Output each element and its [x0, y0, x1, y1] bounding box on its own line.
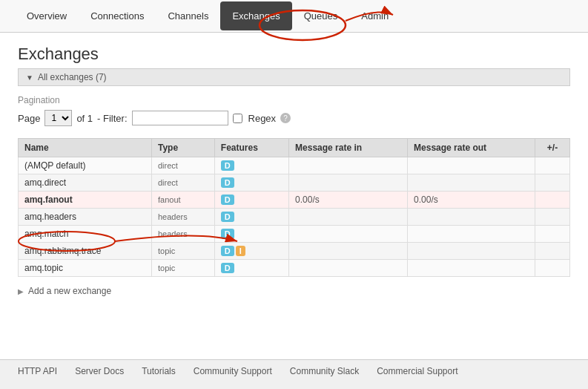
exchanges-table: Name Type Features Message rate in Messa… [18, 138, 570, 277]
exchange-name[interactable]: amq.fanout [19, 192, 152, 209]
filter-label: - Filter: [97, 113, 127, 124]
exchange-type: fanout [151, 192, 214, 209]
exchange-type: topic [151, 260, 214, 277]
regex-checkbox[interactable] [233, 114, 242, 123]
regex-label: Regex [248, 113, 277, 124]
col-name: Name [19, 139, 152, 157]
table-row: amq.topictopicD [19, 260, 570, 277]
nav-exchanges[interactable]: Exchanges [220, 1, 291, 30]
footer-community-support[interactable]: Community Support [194, 366, 272, 376]
exchange-name[interactable]: (AMQP default) [19, 157, 152, 174]
table-row: amq.rabbitmq.tracetopicDI [19, 243, 570, 260]
col-rate-in: Message rate in [289, 139, 408, 157]
exchange-features: DI [214, 243, 288, 260]
rate-in: 0.00/s [289, 192, 408, 209]
page-label: Page [18, 113, 40, 124]
add-exchange-arrow: ▶ [18, 287, 24, 295]
rate-out [408, 157, 535, 174]
plus-minus [535, 209, 570, 226]
feature-badge: D [221, 160, 234, 171]
plus-minus [535, 243, 570, 260]
footer-community-slack[interactable]: Community Slack [290, 366, 359, 376]
feature-badge: D [221, 212, 234, 222]
plus-minus [535, 226, 570, 243]
filter-input[interactable] [132, 111, 228, 125]
footer-http-api[interactable]: HTTP API [18, 366, 57, 376]
of-label: of 1 [76, 113, 93, 124]
col-rate-out: Message rate out [408, 139, 535, 157]
exchange-features: D [214, 157, 288, 174]
nav-admin[interactable]: Admin [349, 1, 400, 30]
exchange-name[interactable]: amq.headers [19, 209, 152, 226]
table-row: (AMQP default)directD [19, 157, 570, 174]
plus-minus [535, 174, 570, 192]
section-header[interactable]: ▼ All exchanges (7) [18, 68, 570, 86]
exchange-type: direct [151, 174, 214, 192]
table-row: amq.headersheadersD [19, 209, 570, 226]
col-type: Type [151, 139, 214, 157]
exchange-type: headers [151, 209, 214, 226]
rate-out [408, 226, 535, 243]
rate-out [408, 260, 535, 277]
col-features: Features [214, 139, 288, 157]
rate-out: 0.00/s [408, 192, 535, 209]
feature-badge: D [221, 177, 234, 188]
nav-overview[interactable]: Overview [15, 1, 79, 30]
feature-badge: D [221, 194, 234, 205]
rate-out [408, 243, 535, 260]
feature-badge: D [221, 246, 234, 256]
footer-server-docs[interactable]: Server Docs [75, 366, 124, 376]
section-label: All exchanges (7) [38, 72, 107, 82]
rate-out [408, 174, 535, 192]
feature-badge: D [221, 263, 234, 273]
rate-in [289, 260, 408, 277]
rate-in [289, 209, 408, 226]
page-title: Exchanges [18, 45, 570, 64]
exchange-name[interactable]: amq.match [19, 226, 152, 243]
rate-in [289, 243, 408, 260]
col-plus-minus: +/- [535, 139, 570, 157]
add-exchange-section[interactable]: ▶ Add a new exchange [18, 286, 570, 296]
rate-in [289, 174, 408, 192]
help-icon[interactable]: ? [280, 113, 291, 123]
plus-minus [535, 157, 570, 174]
exchange-features: D [214, 260, 288, 277]
footer-commercial-support[interactable]: Commercial Support [377, 366, 457, 376]
nav-queues[interactable]: Queues [292, 1, 350, 30]
footer-tutorials[interactable]: Tutorials [142, 366, 176, 376]
table-row: amq.directdirectD [19, 174, 570, 192]
top-navigation: Overview Connections Channels Exchanges … [0, 0, 588, 33]
rate-in [289, 226, 408, 243]
pagination-row: Page 1 of 1 - Filter: Regex ? [18, 110, 570, 126]
feature-badge: I [236, 246, 245, 256]
table-row: amq.matchheadersD [19, 226, 570, 243]
exchange-name[interactable]: amq.rabbitmq.trace [19, 243, 152, 260]
exchange-features: D [214, 192, 288, 209]
page-select[interactable]: 1 [44, 110, 72, 126]
add-exchange-label: Add a new exchange [28, 286, 111, 296]
exchange-name[interactable]: amq.direct [19, 174, 152, 192]
exchange-features: D [214, 209, 288, 226]
footer: HTTP API Server Docs Tutorials Community… [0, 359, 588, 382]
pagination-label: Pagination [18, 95, 570, 105]
rate-out [408, 209, 535, 226]
rate-in [289, 157, 408, 174]
exchange-type: topic [151, 243, 214, 260]
exchange-features: D [214, 174, 288, 192]
exchange-name[interactable]: amq.topic [19, 260, 152, 277]
exchange-type: direct [151, 157, 214, 174]
exchange-type: headers [151, 226, 214, 243]
plus-minus [535, 260, 570, 277]
nav-channels[interactable]: Channels [156, 1, 220, 30]
exchange-features: D [214, 226, 288, 243]
table-row: amq.fanoutfanoutD0.00/s0.00/s [19, 192, 570, 209]
nav-connections[interactable]: Connections [79, 1, 156, 30]
main-content: Exchanges ▼ All exchanges (7) Pagination… [0, 33, 588, 359]
plus-minus [535, 192, 570, 209]
feature-badge: D [221, 229, 234, 239]
collapse-arrow: ▼ [26, 73, 33, 82]
